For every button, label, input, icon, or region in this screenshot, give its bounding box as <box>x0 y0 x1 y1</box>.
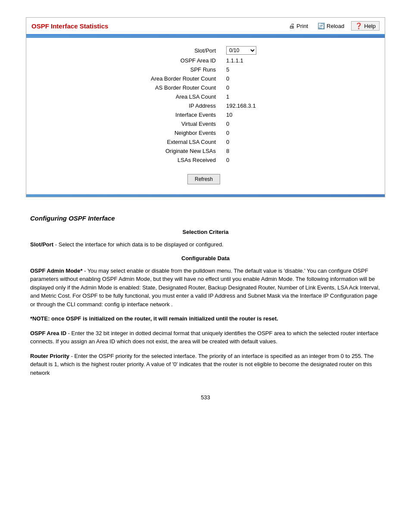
reload-button[interactable]: 🔄 Reload <box>315 22 347 30</box>
ospf-area-paragraph: OSPF Area ID - Enter the 32 bit integer … <box>30 329 381 346</box>
ospf-admin-paragraph: OSPF Admin Mode* - You may select enable… <box>30 267 381 309</box>
slot-port-label: Slot/Port <box>30 241 53 248</box>
header-buttons: 🖨 Print 🔄 Reload ❓ Help <box>286 21 380 31</box>
field-value: 0 <box>223 83 274 92</box>
field-value: 10 <box>223 110 274 119</box>
field-label: OSPF Area ID <box>137 56 223 65</box>
field-label: Neighbor Events <box>137 128 223 137</box>
field-label: Area Border Router Count <box>137 74 223 83</box>
field-label: Virtual Events <box>137 119 223 128</box>
slot-port-paragraph: Slot/Port - Select the interface for whi… <box>30 240 381 249</box>
table-row: Slot/Port0/10 <box>137 45 274 56</box>
help-icon: ❓ <box>355 22 362 29</box>
note-paragraph: *NOTE: once OSPF is initialized on the r… <box>30 314 381 323</box>
field-label: Area LSA Count <box>137 92 223 101</box>
router-priority-paragraph: Router Priority - Enter the OSPF priorit… <box>30 352 381 377</box>
field-value: 0 <box>223 74 274 83</box>
slot-port-select[interactable]: 0/10 <box>226 46 256 55</box>
ospf-admin-label: OSPF Admin Mode* <box>30 268 83 274</box>
doc-section: Configuring OSPF Interface Selection Cri… <box>26 215 385 377</box>
stats-header: OSPF Interface Statistics 🖨 Print 🔄 Relo… <box>26 18 385 35</box>
refresh-row: Refresh <box>137 165 274 186</box>
field-value: 1 <box>223 92 274 101</box>
field-label: SPF Runs <box>137 65 223 74</box>
panel-title: OSPF Interface Statistics <box>31 22 108 30</box>
field-label: Originate New LSAs <box>137 146 223 156</box>
field-value: 0 <box>223 156 274 165</box>
field-label: Interface Events <box>137 110 223 119</box>
doc-title: Configuring OSPF Interface <box>30 215 381 222</box>
field-value: 0 <box>223 137 274 146</box>
table-row: AS Border Router Count0 <box>137 83 274 92</box>
table-row: Virtual Events0 <box>137 119 274 128</box>
slot-port-desc: - Select the interface for which data is… <box>53 241 224 248</box>
field-value: 0/10 <box>223 45 274 56</box>
bottom-blue-bar <box>26 194 385 197</box>
configurable-data-heading: Configurable Data <box>30 255 381 261</box>
field-value: 0 <box>223 128 274 137</box>
table-row: Area Border Router Count0 <box>137 74 274 83</box>
ospf-admin-desc: - You may select enable or disable from … <box>30 268 380 308</box>
table-row: Area LSA Count1 <box>137 92 274 101</box>
field-value: 192.168.3.1 <box>223 101 274 110</box>
field-value: 1.1.1.1 <box>223 56 274 65</box>
page-number: 533 <box>26 394 385 401</box>
stats-panel: OSPF Interface Statistics 🖨 Print 🔄 Relo… <box>26 17 385 197</box>
stats-body: Slot/Port0/10OSPF Area ID1.1.1.1SPF Runs… <box>26 38 385 194</box>
table-row: OSPF Area ID1.1.1.1 <box>137 56 274 65</box>
help-button[interactable]: ❓ Help <box>351 21 380 31</box>
reload-icon: 🔄 <box>318 22 325 29</box>
field-label: AS Border Router Count <box>137 83 223 92</box>
field-label: LSAs Received <box>137 156 223 165</box>
ospf-area-label: OSPF Area ID <box>30 330 66 336</box>
table-row: Interface Events10 <box>137 110 274 119</box>
field-value: 8 <box>223 146 274 156</box>
refresh-button[interactable]: Refresh <box>187 174 220 184</box>
field-label: IP Address <box>137 101 223 110</box>
field-value: 5 <box>223 65 274 74</box>
print-icon: 🖨 <box>289 22 295 29</box>
table-row: Neighbor Events0 <box>137 128 274 137</box>
table-row: SPF Runs5 <box>137 65 274 74</box>
field-label: Slot/Port <box>137 45 223 56</box>
print-button[interactable]: 🖨 Print <box>286 22 311 30</box>
field-value: 0 <box>223 119 274 128</box>
table-row: LSAs Received0 <box>137 156 274 165</box>
router-priority-label: Router Priority <box>30 353 69 359</box>
table-row: External LSA Count0 <box>137 137 274 146</box>
table-row: Originate New LSAs8 <box>137 146 274 156</box>
stats-table: Slot/Port0/10OSPF Area ID1.1.1.1SPF Runs… <box>137 45 274 186</box>
ospf-area-desc: - Enter the 32 bit integer in dotted dec… <box>30 330 378 345</box>
field-label: External LSA Count <box>137 137 223 146</box>
router-priority-desc: - Enter the OSPF priority for the select… <box>30 353 374 376</box>
table-row: IP Address192.168.3.1 <box>137 101 274 110</box>
selection-criteria-heading: Selection Criteria <box>30 229 381 235</box>
